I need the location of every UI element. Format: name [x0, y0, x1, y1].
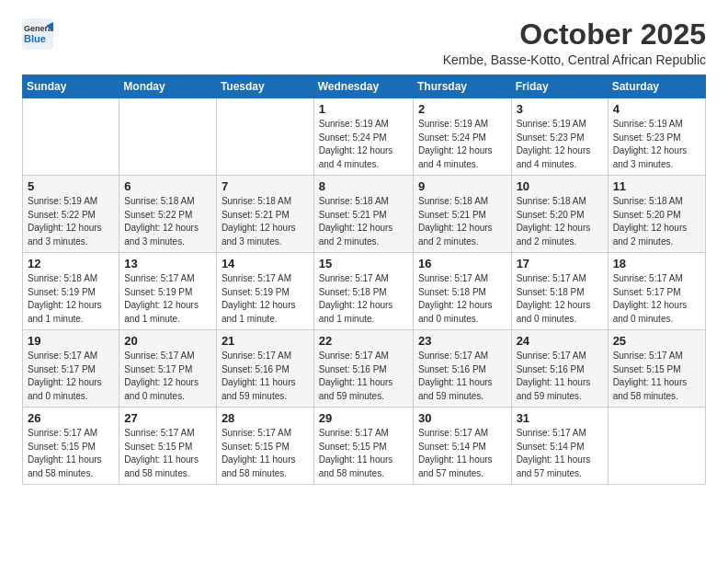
week-row-5: 26Sunrise: 5:17 AM Sunset: 5:15 PM Dayli… [23, 408, 706, 485]
day-number: 17 [517, 257, 603, 270]
day-number: 1 [319, 102, 408, 116]
week-row-2: 5Sunrise: 5:19 AM Sunset: 5:22 PM Daylig… [23, 176, 706, 253]
calendar-cell: 10Sunrise: 5:18 AM Sunset: 5:20 PM Dayli… [511, 176, 608, 253]
calendar-cell: 25Sunrise: 5:17 AM Sunset: 5:15 PM Dayli… [608, 330, 705, 408]
weekday-header-sunday: Sunday [23, 75, 119, 98]
calendar-cell [119, 98, 217, 176]
day-number: 29 [319, 411, 408, 425]
calendar-cell: 24Sunrise: 5:17 AM Sunset: 5:16 PM Dayli… [511, 330, 608, 408]
calendar-cell: 23Sunrise: 5:17 AM Sunset: 5:16 PM Dayli… [413, 330, 511, 408]
day-number: 25 [613, 334, 700, 348]
calendar-cell: 17Sunrise: 5:17 AM Sunset: 5:18 PM Dayli… [511, 253, 608, 330]
day-info: Sunrise: 5:17 AM Sunset: 5:19 PM Dayligh… [124, 272, 211, 326]
day-number: 30 [418, 411, 506, 425]
calendar-cell: 20Sunrise: 5:17 AM Sunset: 5:17 PM Dayli… [119, 330, 217, 408]
day-number: 5 [28, 179, 114, 193]
day-info: Sunrise: 5:17 AM Sunset: 5:18 PM Dayligh… [319, 272, 408, 326]
calendar-cell: 7Sunrise: 5:18 AM Sunset: 5:21 PM Daylig… [216, 176, 313, 253]
day-number: 21 [222, 334, 309, 348]
day-info: Sunrise: 5:17 AM Sunset: 5:15 PM Dayligh… [319, 427, 408, 480]
calendar-cell: 9Sunrise: 5:18 AM Sunset: 5:21 PM Daylig… [413, 176, 511, 253]
day-number: 22 [319, 334, 408, 348]
day-number: 7 [222, 179, 309, 193]
day-number: 15 [319, 257, 408, 270]
header: General Blue October 2025 Kembe, Basse-K… [22, 18, 706, 67]
day-number: 8 [319, 179, 408, 193]
calendar-cell: 12Sunrise: 5:18 AM Sunset: 5:19 PM Dayli… [23, 253, 119, 330]
day-number: 13 [124, 257, 211, 270]
svg-text:Blue: Blue [24, 33, 46, 44]
calendar-cell: 27Sunrise: 5:17 AM Sunset: 5:15 PM Dayli… [119, 408, 217, 485]
day-info: Sunrise: 5:17 AM Sunset: 5:16 PM Dayligh… [319, 350, 408, 403]
day-info: Sunrise: 5:17 AM Sunset: 5:17 PM Dayligh… [613, 272, 700, 326]
calendar-cell: 3Sunrise: 5:19 AM Sunset: 5:23 PM Daylig… [511, 98, 608, 176]
day-number: 10 [517, 179, 603, 193]
day-info: Sunrise: 5:17 AM Sunset: 5:14 PM Dayligh… [517, 427, 603, 480]
week-row-4: 19Sunrise: 5:17 AM Sunset: 5:17 PM Dayli… [23, 330, 706, 408]
day-info: Sunrise: 5:19 AM Sunset: 5:24 PM Dayligh… [319, 118, 408, 171]
day-info: Sunrise: 5:19 AM Sunset: 5:24 PM Dayligh… [418, 118, 506, 171]
title-area: October 2025 Kembe, Basse-Kotto, Central… [443, 18, 706, 67]
day-info: Sunrise: 5:19 AM Sunset: 5:23 PM Dayligh… [517, 118, 603, 171]
calendar-cell: 29Sunrise: 5:17 AM Sunset: 5:15 PM Dayli… [313, 408, 413, 485]
day-info: Sunrise: 5:17 AM Sunset: 5:18 PM Dayligh… [517, 272, 603, 326]
day-number: 19 [28, 334, 114, 348]
calendar-cell: 14Sunrise: 5:17 AM Sunset: 5:19 PM Dayli… [216, 253, 313, 330]
weekday-header-tuesday: Tuesday [216, 75, 313, 98]
day-number: 2 [418, 102, 506, 116]
weekday-header-saturday: Saturday [608, 75, 705, 98]
logo-icon: General Blue [22, 18, 53, 50]
calendar-cell: 1Sunrise: 5:19 AM Sunset: 5:24 PM Daylig… [313, 98, 413, 176]
day-info: Sunrise: 5:17 AM Sunset: 5:15 PM Dayligh… [124, 427, 211, 480]
day-info: Sunrise: 5:17 AM Sunset: 5:19 PM Dayligh… [222, 272, 309, 326]
calendar-cell: 28Sunrise: 5:17 AM Sunset: 5:15 PM Dayli… [216, 408, 313, 485]
day-info: Sunrise: 5:17 AM Sunset: 5:16 PM Dayligh… [418, 350, 506, 403]
calendar-cell: 16Sunrise: 5:17 AM Sunset: 5:18 PM Dayli… [413, 253, 511, 330]
day-number: 9 [418, 179, 506, 193]
day-info: Sunrise: 5:17 AM Sunset: 5:16 PM Dayligh… [517, 350, 603, 403]
day-info: Sunrise: 5:17 AM Sunset: 5:15 PM Dayligh… [28, 427, 114, 480]
day-number: 20 [124, 334, 211, 348]
calendar-cell: 18Sunrise: 5:17 AM Sunset: 5:17 PM Dayli… [608, 253, 705, 330]
weekday-header-thursday: Thursday [413, 75, 511, 98]
calendar-cell [23, 98, 119, 176]
calendar-cell: 11Sunrise: 5:18 AM Sunset: 5:20 PM Dayli… [608, 176, 705, 253]
location-title: Kembe, Basse-Kotto, Central African Repu… [443, 52, 706, 67]
day-number: 16 [418, 257, 506, 270]
calendar-cell: 31Sunrise: 5:17 AM Sunset: 5:14 PM Dayli… [511, 408, 608, 485]
calendar-cell: 22Sunrise: 5:17 AM Sunset: 5:16 PM Dayli… [313, 330, 413, 408]
calendar-cell: 21Sunrise: 5:17 AM Sunset: 5:16 PM Dayli… [216, 330, 313, 408]
calendar-cell: 5Sunrise: 5:19 AM Sunset: 5:22 PM Daylig… [23, 176, 119, 253]
day-info: Sunrise: 5:17 AM Sunset: 5:15 PM Dayligh… [613, 350, 700, 403]
weekday-header-wednesday: Wednesday [313, 75, 413, 98]
day-number: 11 [613, 179, 700, 193]
day-number: 26 [28, 411, 114, 425]
calendar-cell: 8Sunrise: 5:18 AM Sunset: 5:21 PM Daylig… [313, 176, 413, 253]
week-row-1: 1Sunrise: 5:19 AM Sunset: 5:24 PM Daylig… [23, 98, 706, 176]
day-info: Sunrise: 5:18 AM Sunset: 5:22 PM Dayligh… [124, 195, 211, 248]
day-info: Sunrise: 5:18 AM Sunset: 5:21 PM Dayligh… [418, 195, 506, 248]
day-info: Sunrise: 5:19 AM Sunset: 5:22 PM Dayligh… [28, 195, 114, 248]
day-info: Sunrise: 5:18 AM Sunset: 5:19 PM Dayligh… [28, 272, 114, 326]
day-info: Sunrise: 5:17 AM Sunset: 5:17 PM Dayligh… [124, 350, 211, 403]
day-info: Sunrise: 5:17 AM Sunset: 5:17 PM Dayligh… [28, 350, 114, 403]
calendar-table: SundayMondayTuesdayWednesdayThursdayFrid… [22, 75, 706, 485]
calendar-cell [216, 98, 313, 176]
day-info: Sunrise: 5:18 AM Sunset: 5:20 PM Dayligh… [517, 195, 603, 248]
day-info: Sunrise: 5:17 AM Sunset: 5:15 PM Dayligh… [222, 427, 309, 480]
month-title: October 2025 [443, 18, 706, 51]
calendar-cell: 6Sunrise: 5:18 AM Sunset: 5:22 PM Daylig… [119, 176, 217, 253]
weekday-header-row: SundayMondayTuesdayWednesdayThursdayFrid… [23, 75, 706, 98]
day-number: 18 [613, 257, 700, 270]
calendar-cell: 13Sunrise: 5:17 AM Sunset: 5:19 PM Dayli… [119, 253, 217, 330]
day-number: 23 [418, 334, 506, 348]
day-info: Sunrise: 5:18 AM Sunset: 5:21 PM Dayligh… [222, 195, 309, 248]
day-number: 12 [28, 257, 114, 270]
day-number: 6 [124, 179, 211, 193]
calendar-cell: 15Sunrise: 5:17 AM Sunset: 5:18 PM Dayli… [313, 253, 413, 330]
day-number: 31 [517, 411, 603, 425]
day-info: Sunrise: 5:17 AM Sunset: 5:14 PM Dayligh… [418, 427, 506, 480]
day-info: Sunrise: 5:18 AM Sunset: 5:21 PM Dayligh… [319, 195, 408, 248]
day-info: Sunrise: 5:17 AM Sunset: 5:18 PM Dayligh… [418, 272, 506, 326]
day-number: 28 [222, 411, 309, 425]
